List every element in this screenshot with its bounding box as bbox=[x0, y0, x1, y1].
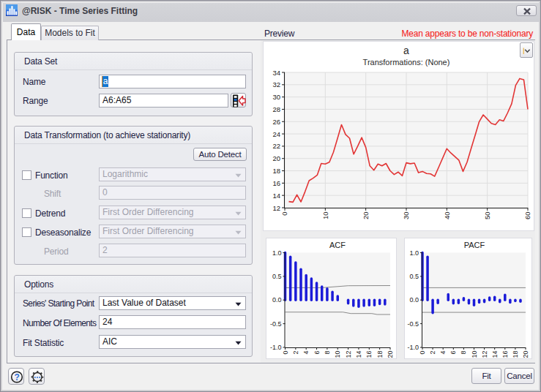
svg-text:-0.5: -0.5 bbox=[407, 320, 419, 327]
svg-text:22: 22 bbox=[272, 142, 280, 150]
svg-text:50: 50 bbox=[483, 212, 491, 220]
svg-text:0.0: 0.0 bbox=[409, 296, 419, 304]
svg-text:18: 18 bbox=[512, 350, 519, 358]
svg-text:40: 40 bbox=[443, 212, 451, 220]
svg-text:12: 12 bbox=[481, 350, 488, 358]
svg-text:14: 14 bbox=[355, 350, 362, 358]
svg-text:26: 26 bbox=[272, 118, 280, 126]
svg-text:12: 12 bbox=[345, 350, 352, 358]
svg-text:0: 0 bbox=[419, 350, 426, 354]
svg-text:0.0: 0.0 bbox=[272, 296, 282, 304]
svg-text:12: 12 bbox=[272, 204, 280, 212]
svg-text:2: 2 bbox=[292, 350, 299, 354]
svg-text:24: 24 bbox=[272, 130, 280, 138]
svg-text:1.0: 1.0 bbox=[272, 249, 282, 256]
svg-text:18: 18 bbox=[272, 167, 280, 175]
svg-text:6: 6 bbox=[449, 350, 457, 354]
svg-text:60: 60 bbox=[523, 212, 531, 220]
svg-text:6: 6 bbox=[313, 350, 321, 354]
svg-text:16: 16 bbox=[272, 179, 280, 187]
svg-text:10: 10 bbox=[334, 350, 341, 358]
svg-text:?: ? bbox=[14, 372, 19, 382]
svg-text:14: 14 bbox=[491, 350, 499, 358]
svg-text:Transformations: (None): Transformations: (None) bbox=[363, 58, 450, 67]
svg-text:0.5: 0.5 bbox=[272, 272, 282, 279]
svg-text:-1.0: -1.0 bbox=[407, 344, 419, 351]
svg-text:20: 20 bbox=[522, 350, 529, 358]
svg-text:8: 8 bbox=[324, 350, 331, 354]
svg-text:2: 2 bbox=[429, 350, 436, 354]
svg-text:4: 4 bbox=[302, 350, 310, 354]
svg-text:18: 18 bbox=[376, 350, 384, 358]
svg-text:20: 20 bbox=[362, 212, 370, 220]
svg-text:20: 20 bbox=[387, 350, 394, 358]
svg-text:16: 16 bbox=[501, 350, 509, 358]
svg-text:PACF: PACF bbox=[464, 241, 485, 249]
svg-text:30: 30 bbox=[272, 93, 280, 101]
svg-text:28: 28 bbox=[272, 105, 280, 113]
svg-text:20: 20 bbox=[272, 154, 280, 162]
svg-text:1.0: 1.0 bbox=[409, 249, 419, 256]
svg-text:-1.0: -1.0 bbox=[270, 344, 282, 351]
svg-text:0: 0 bbox=[282, 350, 289, 354]
svg-text:34: 34 bbox=[272, 69, 280, 77]
svg-text:8: 8 bbox=[460, 350, 467, 354]
svg-text:a: a bbox=[403, 45, 409, 56]
svg-text:14: 14 bbox=[272, 192, 280, 200]
svg-text:0.5: 0.5 bbox=[409, 272, 419, 279]
svg-text:30: 30 bbox=[402, 212, 410, 220]
svg-text:32: 32 bbox=[272, 80, 280, 88]
svg-text:4: 4 bbox=[439, 350, 447, 354]
svg-text:16: 16 bbox=[365, 350, 373, 358]
svg-text:10: 10 bbox=[321, 212, 329, 220]
svg-text:0: 0 bbox=[280, 212, 288, 216]
svg-text:ACF: ACF bbox=[329, 241, 346, 249]
svg-text:10: 10 bbox=[471, 350, 478, 358]
svg-text:-0.5: -0.5 bbox=[270, 320, 282, 327]
